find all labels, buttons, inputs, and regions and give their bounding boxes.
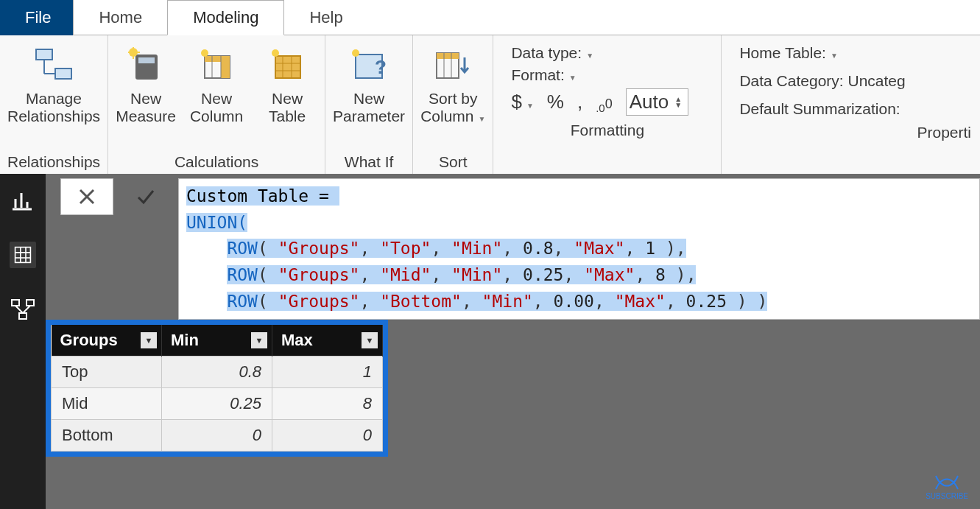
group-label-calculations: Calculations bbox=[175, 152, 258, 174]
new-column-button[interactable]: New Column bbox=[186, 40, 247, 125]
sort-by-column-button[interactable]: Sort by Column bbox=[420, 40, 485, 125]
cell-max: 0 bbox=[272, 420, 383, 452]
new-parameter-button[interactable]: ? New Parameter bbox=[333, 40, 405, 125]
cell-min: 0 bbox=[162, 420, 272, 452]
new-table-label: New Table bbox=[269, 90, 306, 125]
new-table-button[interactable]: New Table bbox=[257, 40, 317, 125]
datatype-dropdown[interactable]: Data type: bbox=[511, 44, 593, 62]
spinner-arrows-icon[interactable]: ▲▼ bbox=[674, 96, 685, 108]
formula-editor[interactable]: Custom Table = UNION( ROW( "Groups", "To… bbox=[178, 178, 980, 320]
ribbon-group-formatting: Data type: Format: $ % , .0.000 Auto ▲▼ bbox=[493, 35, 722, 174]
table-row[interactable]: Bottom 0 0 bbox=[52, 420, 383, 452]
svg-rect-13 bbox=[221, 56, 230, 78]
svg-line-42 bbox=[15, 306, 23, 313]
formula-cancel-button[interactable] bbox=[60, 178, 113, 215]
cell-min: 0.8 bbox=[162, 357, 272, 388]
svg-rect-17 bbox=[275, 56, 300, 78]
table-row[interactable]: Top 0.8 1 bbox=[52, 357, 383, 388]
table-row[interactable]: Mid 0.25 8 bbox=[52, 388, 383, 420]
home-table-dropdown[interactable]: Home Table: bbox=[739, 44, 837, 62]
svg-line-43 bbox=[23, 306, 30, 313]
work-pane: Custom Table = UNION( ROW( "Groups", "To… bbox=[46, 174, 980, 509]
manage-relationships-label: Manage Relationships bbox=[7, 90, 100, 125]
data-preview-table: Groups ▼ Min ▼ Max ▼ Top 0.8 bbox=[46, 320, 388, 457]
svg-rect-40 bbox=[27, 300, 34, 306]
tab-home[interactable]: Home bbox=[74, 0, 167, 35]
group-label-sort: Sort bbox=[439, 152, 468, 174]
formula-bar: Custom Table = UNION( ROW( "Groups", "To… bbox=[60, 178, 980, 320]
thousands-button[interactable]: , bbox=[577, 91, 582, 113]
group-label-properties: Properti bbox=[917, 122, 973, 144]
filter-dropdown-icon[interactable]: ▼ bbox=[141, 332, 157, 348]
dna-icon bbox=[934, 474, 959, 491]
ribbon-group-sort: Sort by Column Sort bbox=[413, 35, 493, 174]
report-view-button[interactable] bbox=[10, 187, 36, 214]
tab-modeling[interactable]: Modeling bbox=[167, 0, 284, 35]
col-header-max-label: Max bbox=[281, 331, 313, 349]
relationships-icon bbox=[33, 44, 74, 85]
currency-button[interactable]: $ bbox=[511, 91, 533, 113]
sort-icon bbox=[432, 44, 473, 85]
cell-max: 8 bbox=[272, 388, 383, 420]
group-label-relationships: Relationships bbox=[7, 152, 100, 174]
decimals-value: Auto bbox=[630, 91, 669, 113]
decimals-spinner[interactable]: Auto ▲▼ bbox=[626, 88, 689, 116]
tab-file[interactable]: File bbox=[0, 0, 74, 35]
col-header-groups-label: Groups bbox=[60, 331, 118, 349]
svg-rect-1 bbox=[55, 69, 71, 79]
group-label-whatif: What If bbox=[345, 152, 394, 174]
ribbon-group-calculations: New Measure New Column bbox=[108, 35, 325, 174]
ribbon: Manage Relationships Relationships bbox=[0, 35, 980, 174]
tab-help[interactable]: Help bbox=[284, 0, 367, 35]
filter-dropdown-icon[interactable]: ▼ bbox=[362, 332, 378, 348]
ribbon-group-whatif: ? New Parameter What If bbox=[325, 35, 413, 174]
format-dropdown[interactable]: Format: bbox=[511, 66, 576, 84]
sort-by-column-label: Sort by Column bbox=[420, 90, 485, 125]
svg-text:?: ? bbox=[375, 56, 387, 78]
workspace: Custom Table = UNION( ROW( "Groups", "To… bbox=[0, 174, 980, 509]
svg-rect-34 bbox=[15, 248, 31, 263]
cell-groups: Bottom bbox=[52, 420, 162, 452]
subscribe-badge[interactable]: SUBSCRIBE bbox=[926, 474, 968, 500]
model-view-button[interactable] bbox=[10, 296, 36, 323]
new-column-label: New Column bbox=[190, 90, 243, 125]
formula-commit-button[interactable] bbox=[119, 178, 172, 215]
data-view-button[interactable] bbox=[10, 242, 36, 268]
svg-rect-27 bbox=[437, 53, 459, 59]
col-header-min[interactable]: Min ▼ bbox=[162, 325, 272, 357]
table-icon bbox=[267, 44, 308, 85]
parameter-icon: ? bbox=[348, 44, 389, 85]
decimals-button[interactable]: .0.000 bbox=[596, 96, 613, 114]
subscribe-label: SUBSCRIBE bbox=[926, 492, 968, 500]
percent-button[interactable]: % bbox=[547, 91, 564, 113]
col-header-groups[interactable]: Groups ▼ bbox=[52, 325, 162, 357]
svg-rect-41 bbox=[19, 313, 27, 319]
cell-groups: Top bbox=[52, 357, 162, 388]
svg-rect-5 bbox=[138, 57, 155, 63]
new-measure-label: New Measure bbox=[116, 90, 176, 125]
cell-groups: Mid bbox=[52, 388, 162, 420]
close-icon bbox=[77, 187, 96, 206]
svg-point-16 bbox=[201, 49, 208, 57]
filter-dropdown-icon[interactable]: ▼ bbox=[251, 332, 267, 348]
cell-max: 1 bbox=[272, 357, 383, 388]
svg-point-22 bbox=[272, 49, 279, 57]
data-category-dropdown[interactable]: Data Category: Uncateg bbox=[739, 72, 905, 90]
column-icon bbox=[196, 44, 237, 85]
col-header-min-label: Min bbox=[171, 331, 199, 349]
svg-rect-39 bbox=[12, 300, 19, 306]
cell-min: 0.25 bbox=[162, 388, 272, 420]
measure-icon bbox=[125, 44, 166, 85]
new-measure-button[interactable]: New Measure bbox=[116, 40, 176, 125]
menu-tabstrip: File Home Modeling Help bbox=[0, 0, 980, 35]
col-header-max[interactable]: Max ▼ bbox=[272, 325, 383, 357]
new-parameter-label: New Parameter bbox=[333, 90, 405, 125]
tabstrip-filler bbox=[368, 0, 980, 35]
svg-rect-0 bbox=[36, 49, 52, 60]
default-summarization-dropdown[interactable]: Default Summarization: bbox=[739, 100, 900, 118]
svg-point-6 bbox=[129, 48, 138, 57]
svg-point-25 bbox=[352, 49, 359, 57]
ribbon-group-properties: Home Table: Data Category: Uncateg Defau… bbox=[722, 35, 980, 174]
check-icon bbox=[135, 186, 156, 207]
manage-relationships-button[interactable]: Manage Relationships bbox=[7, 40, 100, 125]
